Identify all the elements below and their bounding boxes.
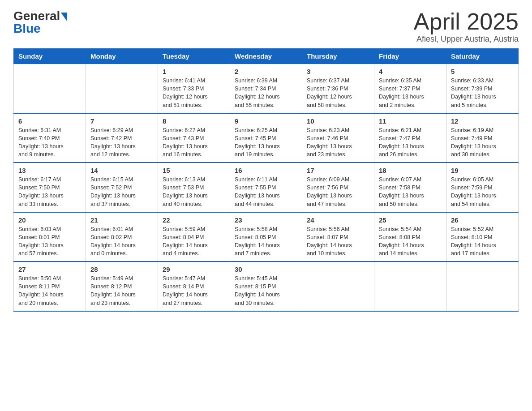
calendar-cell: 23Sunrise: 5:58 AMSunset: 8:05 PMDayligh… (230, 212, 302, 262)
calendar-cell: 25Sunrise: 5:54 AMSunset: 8:08 PMDayligh… (374, 212, 446, 262)
calendar-header: SundayMondayTuesdayWednesdayThursdayFrid… (14, 49, 519, 64)
column-header-saturday: Saturday (446, 49, 519, 64)
day-number: 3 (307, 68, 369, 75)
day-info: Sunrise: 6:39 AMSunset: 7:34 PMDaylight:… (235, 77, 297, 109)
day-number: 24 (307, 216, 369, 224)
calendar-cell: 28Sunrise: 5:49 AMSunset: 8:12 PMDayligh… (86, 261, 158, 311)
day-number: 6 (18, 117, 81, 125)
day-number: 14 (90, 167, 153, 174)
calendar-table: SundayMondayTuesdayWednesdayThursdayFrid… (13, 48, 519, 312)
calendar-cell (374, 261, 446, 311)
calendar-cell: 22Sunrise: 5:59 AMSunset: 8:04 PMDayligh… (158, 212, 230, 262)
day-info: Sunrise: 6:03 AMSunset: 8:01 PMDaylight:… (18, 225, 81, 258)
day-info: Sunrise: 6:07 AMSunset: 7:58 PMDaylight:… (379, 176, 442, 208)
calendar-cell (14, 64, 86, 113)
day-number: 29 (163, 265, 225, 273)
day-number: 21 (90, 216, 153, 224)
calendar-cell (446, 261, 519, 311)
calendar-week-2: 6Sunrise: 6:31 AMSunset: 7:40 PMDaylight… (14, 113, 519, 163)
calendar-week-4: 20Sunrise: 6:03 AMSunset: 8:01 PMDayligh… (14, 212, 519, 262)
day-info: Sunrise: 5:56 AMSunset: 8:07 PMDaylight:… (307, 225, 369, 258)
day-number: 19 (451, 167, 514, 174)
calendar-cell: 27Sunrise: 5:50 AMSunset: 8:11 PMDayligh… (14, 261, 86, 311)
day-info: Sunrise: 5:49 AMSunset: 8:12 PMDaylight:… (90, 274, 153, 307)
calendar-cell: 19Sunrise: 6:05 AMSunset: 7:59 PMDayligh… (446, 163, 519, 212)
day-info: Sunrise: 6:23 AMSunset: 7:46 PMDaylight:… (307, 126, 369, 159)
day-number: 1 (163, 68, 225, 75)
calendar-cell (86, 64, 158, 113)
day-number: 30 (235, 265, 297, 273)
day-info: Sunrise: 6:21 AMSunset: 7:47 PMDaylight:… (379, 126, 442, 159)
day-info: Sunrise: 5:50 AMSunset: 8:11 PMDaylight:… (18, 274, 81, 307)
day-number: 18 (379, 167, 442, 174)
day-info: Sunrise: 6:09 AMSunset: 7:56 PMDaylight:… (307, 176, 369, 208)
day-info: Sunrise: 6:27 AMSunset: 7:43 PMDaylight:… (163, 126, 225, 159)
calendar-subtitle: Afiesl, Upper Austria, Austria (414, 34, 519, 44)
calendar-cell: 3Sunrise: 6:37 AMSunset: 7:36 PMDaylight… (302, 64, 374, 113)
calendar-title: April 2025 (414, 9, 519, 34)
column-header-wednesday: Wednesday (230, 49, 302, 64)
column-header-friday: Friday (374, 49, 446, 64)
day-info: Sunrise: 6:11 AMSunset: 7:55 PMDaylight:… (235, 176, 297, 208)
calendar-cell: 20Sunrise: 6:03 AMSunset: 8:01 PMDayligh… (14, 212, 86, 262)
calendar-body: 1Sunrise: 6:41 AMSunset: 7:33 PMDaylight… (14, 64, 519, 311)
day-number: 4 (379, 68, 442, 75)
calendar-cell: 16Sunrise: 6:11 AMSunset: 7:55 PMDayligh… (230, 163, 302, 212)
column-header-thursday: Thursday (302, 49, 374, 64)
day-number: 16 (235, 167, 297, 174)
calendar-cell: 13Sunrise: 6:17 AMSunset: 7:50 PMDayligh… (14, 163, 86, 212)
day-number: 28 (90, 265, 153, 273)
title-section: April 2025 Afiesl, Upper Austria, Austri… (414, 9, 519, 44)
calendar-week-3: 13Sunrise: 6:17 AMSunset: 7:50 PMDayligh… (14, 163, 519, 212)
calendar-cell: 2Sunrise: 6:39 AMSunset: 7:34 PMDaylight… (230, 64, 302, 113)
day-number: 2 (235, 68, 297, 75)
day-info: Sunrise: 6:19 AMSunset: 7:49 PMDaylight:… (451, 126, 514, 159)
day-info: Sunrise: 6:15 AMSunset: 7:52 PMDaylight:… (90, 176, 153, 208)
calendar-cell: 30Sunrise: 5:45 AMSunset: 8:15 PMDayligh… (230, 261, 302, 311)
calendar-cell: 11Sunrise: 6:21 AMSunset: 7:47 PMDayligh… (374, 113, 446, 163)
day-info: Sunrise: 6:25 AMSunset: 7:45 PMDaylight:… (235, 126, 297, 159)
day-info: Sunrise: 6:05 AMSunset: 7:59 PMDaylight:… (451, 176, 514, 208)
day-info: Sunrise: 6:31 AMSunset: 7:40 PMDaylight:… (18, 126, 81, 159)
calendar-cell: 6Sunrise: 6:31 AMSunset: 7:40 PMDaylight… (14, 113, 86, 163)
day-number: 17 (307, 167, 369, 174)
calendar-cell (302, 261, 374, 311)
day-info: Sunrise: 5:58 AMSunset: 8:05 PMDaylight:… (235, 225, 297, 258)
day-info: Sunrise: 5:45 AMSunset: 8:15 PMDaylight:… (235, 274, 297, 307)
calendar-cell: 29Sunrise: 5:47 AMSunset: 8:14 PMDayligh… (158, 261, 230, 311)
day-number: 25 (379, 216, 442, 224)
day-number: 13 (18, 167, 81, 174)
calendar-cell: 4Sunrise: 6:35 AMSunset: 7:37 PMDaylight… (374, 64, 446, 113)
day-number: 11 (379, 117, 442, 125)
day-number: 5 (451, 68, 514, 75)
calendar-cell: 17Sunrise: 6:09 AMSunset: 7:56 PMDayligh… (302, 163, 374, 212)
day-number: 22 (163, 216, 225, 224)
day-number: 26 (451, 216, 514, 224)
day-number: 8 (163, 117, 225, 125)
calendar-cell: 1Sunrise: 6:41 AMSunset: 7:33 PMDaylight… (158, 64, 230, 113)
day-number: 7 (90, 117, 153, 125)
day-info: Sunrise: 6:13 AMSunset: 7:53 PMDaylight:… (163, 176, 225, 208)
day-number: 9 (235, 117, 297, 125)
day-info: Sunrise: 6:29 AMSunset: 7:42 PMDaylight:… (90, 126, 153, 159)
logo-triangle-icon (61, 13, 67, 21)
calendar-cell: 5Sunrise: 6:33 AMSunset: 7:39 PMDaylight… (446, 64, 519, 113)
day-info: Sunrise: 5:52 AMSunset: 8:10 PMDaylight:… (451, 225, 514, 258)
calendar-cell: 8Sunrise: 6:27 AMSunset: 7:43 PMDaylight… (158, 113, 230, 163)
day-info: Sunrise: 5:47 AMSunset: 8:14 PMDaylight:… (163, 274, 225, 307)
day-number: 12 (451, 117, 514, 125)
calendar-cell: 7Sunrise: 6:29 AMSunset: 7:42 PMDaylight… (86, 113, 158, 163)
calendar-cell: 24Sunrise: 5:56 AMSunset: 8:07 PMDayligh… (302, 212, 374, 262)
calendar-cell: 10Sunrise: 6:23 AMSunset: 7:46 PMDayligh… (302, 113, 374, 163)
calendar-week-1: 1Sunrise: 6:41 AMSunset: 7:33 PMDaylight… (14, 64, 519, 113)
day-info: Sunrise: 6:01 AMSunset: 8:02 PMDaylight:… (90, 225, 153, 258)
day-info: Sunrise: 5:54 AMSunset: 8:08 PMDaylight:… (379, 225, 442, 258)
day-info: Sunrise: 6:41 AMSunset: 7:33 PMDaylight:… (163, 77, 225, 109)
day-number: 27 (18, 265, 81, 273)
column-header-monday: Monday (86, 49, 158, 64)
calendar-cell: 14Sunrise: 6:15 AMSunset: 7:52 PMDayligh… (86, 163, 158, 212)
day-info: Sunrise: 6:33 AMSunset: 7:39 PMDaylight:… (451, 77, 514, 109)
day-number: 15 (163, 167, 225, 174)
calendar-week-5: 27Sunrise: 5:50 AMSunset: 8:11 PMDayligh… (14, 261, 519, 311)
logo-blue-text: Blue (13, 21, 41, 36)
